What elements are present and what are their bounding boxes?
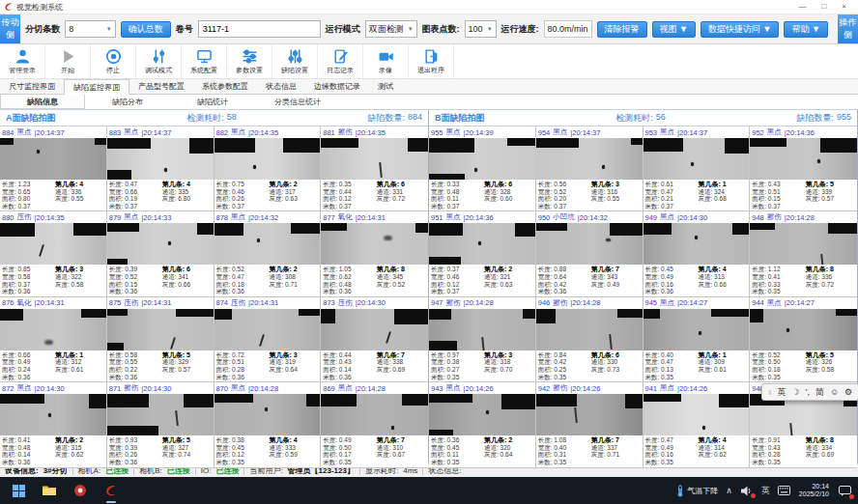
defect-cell[interactable]: 941 黑点 |20:14:26 长度: 0.47 宽度: 0.49 面积: 0… bbox=[644, 382, 751, 467]
defect-image bbox=[429, 138, 535, 180]
subtab-defect-info[interactable]: 缺陷信息 bbox=[0, 95, 85, 109]
defect-cell[interactable]: 872 黑点 |20:14:30 长度: 0.41 宽度: 0.48 面积: 0… bbox=[0, 382, 107, 467]
tray-expand-chevron-icon[interactable]: ∧ bbox=[726, 486, 732, 495]
defect-cell[interactable]: 946 擦伤 |20:14:28 长度: 0.84 宽度: 0.42 面积: 0… bbox=[536, 297, 644, 382]
ime-emoji-icon[interactable]: ☺ bbox=[830, 388, 839, 397]
ime-indicator[interactable]: 英 bbox=[761, 485, 770, 497]
defect-cell[interactable]: 955 黑点 |20:14:39 长度: 0.33 宽度: 0.48 面积: 0… bbox=[429, 126, 536, 211]
clear-alarm-button[interactable]: 清除报警 bbox=[597, 21, 647, 38]
tab-status-info[interactable]: 状态信息 bbox=[257, 79, 305, 94]
defect-cell[interactable]: 942 擦伤 |20:14:26 长度: 1.08 宽度: 0.40 面积: 0… bbox=[536, 382, 644, 467]
operate-side-button[interactable]: 操作侧 bbox=[838, 14, 858, 43]
chart-points-select[interactable]: 100▼ bbox=[465, 20, 497, 38]
notification-center-icon[interactable] bbox=[837, 483, 852, 498]
defect-cell[interactable]: 945 黑点 |20:14:27 长度: 0.40 宽度: 0.47 面积: 0… bbox=[644, 297, 751, 382]
defect-cell[interactable]: 948 擦伤 |20:14:28 长度: 1.12 宽度: 0.41 面积: 0… bbox=[750, 211, 857, 296]
tab-defect-monitor[interactable]: 缺陷监控界面 bbox=[64, 79, 129, 95]
defect-cell[interactable]: 947 擦伤 |20:14:28 长度: 0.97 宽度: 0.38 面积: 0… bbox=[429, 297, 536, 382]
defect-cell[interactable]: 879 黑点 |20:14:33 长度: 0.39 宽度: 0.52 面积: 0… bbox=[107, 211, 214, 296]
defect-cell[interactable]: 944 黑点 |20:14:27 长度: 0.52 宽度: 0.50 面积: 0… bbox=[750, 297, 857, 382]
volume-icon[interactable] bbox=[740, 484, 754, 497]
taskbar-app-icon-vision-system[interactable] bbox=[102, 482, 120, 499]
defect-cell[interactable]: 871 擦伤 |20:14:30 长度: 0.93 宽度: 0.39 面积: 0… bbox=[107, 382, 214, 467]
subtab-class-stats[interactable]: 分类信息统计 bbox=[255, 95, 340, 109]
defect-cell[interactable]: 951 黑点 |20:14:36 长度: 0.37 宽度: 0.46 面积: 0… bbox=[429, 211, 536, 296]
defect-cell-header: 952 黑点 |20:14:36 bbox=[750, 126, 857, 138]
defect-cell[interactable]: 943 黑点 |20:14:26 长度: 0.36 宽度: 0.45 面积: 0… bbox=[429, 382, 536, 467]
tab-test[interactable]: 测试 bbox=[369, 79, 402, 94]
defect-cell[interactable]: 883 黑点 |20:14:37 长度: 0.47 宽度: 0.66 面积: 0… bbox=[107, 126, 214, 211]
subtab-defect-stats[interactable]: 缺陷统计 bbox=[170, 95, 255, 109]
defect-cell[interactable]: 878 黑点 |20:14:32 长度: 0.52 宽度: 0.47 面积: 0… bbox=[214, 211, 322, 296]
defect-cell[interactable]: 875 压伤 |20:14:31 长度: 0.58 宽度: 0.55 面积: 0… bbox=[107, 297, 214, 382]
slit-count-select[interactable]: 8▼ bbox=[65, 20, 116, 38]
view-menu-button[interactable]: 视图 ▼ bbox=[652, 21, 696, 38]
defect-cell[interactable]: 952 黑点 |20:14:36 长度: 0.43 宽度: 0.51 面积: 0… bbox=[750, 126, 857, 211]
help-menu-button[interactable]: 帮助 ▼ bbox=[784, 21, 827, 38]
param-settings-button[interactable]: 参数设置 bbox=[227, 44, 272, 78]
defect-settings-button[interactable]: 缺陷设置 bbox=[272, 44, 318, 78]
start-menu-icon[interactable] bbox=[10, 482, 27, 499]
defect-cell[interactable]: 880 压伤 |20:14:35 长度: 0.85 宽度: 0.58 面积: 0… bbox=[0, 211, 107, 296]
defect-length: 长度: 0.38 bbox=[216, 436, 270, 444]
taskbar-app-icon-red[interactable] bbox=[72, 482, 89, 499]
ime-moon-icon[interactable]: ☽ bbox=[791, 388, 799, 397]
defect-cell[interactable]: 876 氧化 |20:14:31 长度: 0.66 宽度: 0.49 面积: 0… bbox=[0, 297, 107, 382]
defect-id: 951 bbox=[431, 213, 443, 222]
defect-cell[interactable]: 873 压伤 |20:14:30 长度: 0.44 宽度: 0.43 面积: 0… bbox=[321, 297, 428, 382]
system-config-button[interactable]: 系统配置 bbox=[182, 44, 227, 78]
defect-cell[interactable]: 884 黑点 |20:14:37 长度: 1.23 宽度: 0.65 面积: 0… bbox=[0, 126, 107, 211]
image-corner-block bbox=[408, 138, 428, 152]
defect-cell[interactable]: 870 黑点 |20:14:28 长度: 0.38 宽度: 0.45 面积: 0… bbox=[214, 382, 322, 467]
defect-id: 882 bbox=[216, 128, 229, 137]
data-access-menu-button[interactable]: 数据快捷访问 ▼ bbox=[701, 21, 779, 38]
minimize-button[interactable]: — bbox=[798, 3, 806, 11]
ime-punct-toggle[interactable]: ’, bbox=[805, 388, 810, 397]
defect-time: |20:14:33 bbox=[141, 213, 171, 222]
run-mode-select[interactable]: 双面检测▼ bbox=[365, 20, 417, 38]
defect-gray: 灰度: 0.61 bbox=[698, 366, 747, 374]
defect-cell[interactable]: 950 小凹坑 |20:14:32 长度: 0.88 宽度: 0.64 面积: … bbox=[536, 211, 644, 296]
defect-cell[interactable]: 881 擦伤 |20:14:35 长度: 0.35 宽度: 0.44 面积: 0… bbox=[321, 126, 428, 211]
tab-system-params[interactable]: 系统参数配置 bbox=[193, 79, 257, 94]
start-button[interactable]: 开始 bbox=[45, 44, 91, 78]
tab-product-config[interactable]: 产品型号配置 bbox=[129, 79, 193, 94]
tab-size-monitor[interactable]: 尺寸监控界面 bbox=[0, 79, 64, 94]
stop-button[interactable]: 停止 bbox=[91, 44, 136, 78]
maximize-button[interactable]: □ bbox=[821, 3, 826, 11]
ime-lang-toggle[interactable]: 英 bbox=[777, 388, 786, 397]
ime-simplified-toggle[interactable]: 简 bbox=[815, 388, 824, 397]
ime-settings-icon[interactable]: ⚙ bbox=[844, 388, 852, 397]
record-video-button[interactable]: 录像 bbox=[363, 44, 409, 78]
weather-widget[interactable]: 气温下降 bbox=[676, 485, 718, 497]
defect-cell[interactable]: 869 黑点 |20:14:28 长度: 0.49 宽度: 0.50 面积: 0… bbox=[321, 382, 428, 467]
defect-type: 黑点 bbox=[767, 298, 782, 308]
admin-login-button[interactable]: 管理登录 bbox=[0, 44, 45, 78]
defect-cell[interactable]: 953 黑点 |20:14:37 长度: 0.61 宽度: 0.47 面积: 0… bbox=[644, 126, 751, 211]
defect-cell[interactable]: 949 黑点 |20:14:30 长度: 0.45 宽度: 0.49 面积: 0… bbox=[644, 211, 751, 296]
defect-time: |20:14:28 bbox=[785, 213, 815, 222]
touch-keyboard-icon[interactable] bbox=[778, 484, 791, 497]
roll-no-input[interactable] bbox=[198, 20, 321, 38]
defect-meta: 长度: 0.47 宽度: 0.49 面积: 0.16 米数: 0.35 第几条:… bbox=[644, 435, 750, 466]
defect-time: |20:14:31 bbox=[356, 213, 386, 222]
file-explorer-icon[interactable] bbox=[41, 482, 58, 499]
defect-cell[interactable]: 954 黑点 |20:14:37 长度: 0.56 宽度: 0.52 面积: 0… bbox=[536, 126, 644, 211]
defect-cell[interactable]: 877 氧化 |20:14:31 长度: 1.05 宽度: 0.62 面积: 0… bbox=[321, 211, 428, 296]
defect-cell[interactable]: 882 黑点 |20:14:35 长度: 0.75 宽度: 0.46 面积: 0… bbox=[214, 126, 322, 211]
tab-edge-data[interactable]: 边缘数据记录 bbox=[305, 79, 369, 94]
defect-cell[interactable]: 874 压伤 |20:14:31 长度: 0.72 宽度: 0.51 面积: 0… bbox=[214, 297, 322, 382]
confirm-total-button[interactable]: 确认总数 bbox=[121, 21, 171, 38]
subtab-defect-distribution[interactable]: 缺陷分布 bbox=[85, 95, 170, 109]
chevron-down-icon: ▼ bbox=[102, 26, 112, 32]
drive-side-button[interactable]: 传动侧 bbox=[0, 14, 20, 43]
close-button[interactable]: × bbox=[842, 3, 846, 11]
defect-time: |20:14:28 bbox=[248, 384, 278, 393]
debug-mode-button[interactable]: 调试模式 bbox=[136, 44, 182, 78]
exit-program-button[interactable]: 退出程序 bbox=[409, 44, 454, 78]
log-record-button[interactable]: 日志记录 bbox=[318, 44, 363, 78]
ime-drag-handle[interactable]: ‖ bbox=[768, 388, 771, 397]
taskbar-clock[interactable]: 20:14 2025/2/10 bbox=[799, 483, 829, 498]
defect-cell-header: 948 擦伤 |20:14:28 bbox=[750, 211, 857, 223]
defect-cell-header: 877 氧化 |20:14:31 bbox=[321, 211, 428, 223]
